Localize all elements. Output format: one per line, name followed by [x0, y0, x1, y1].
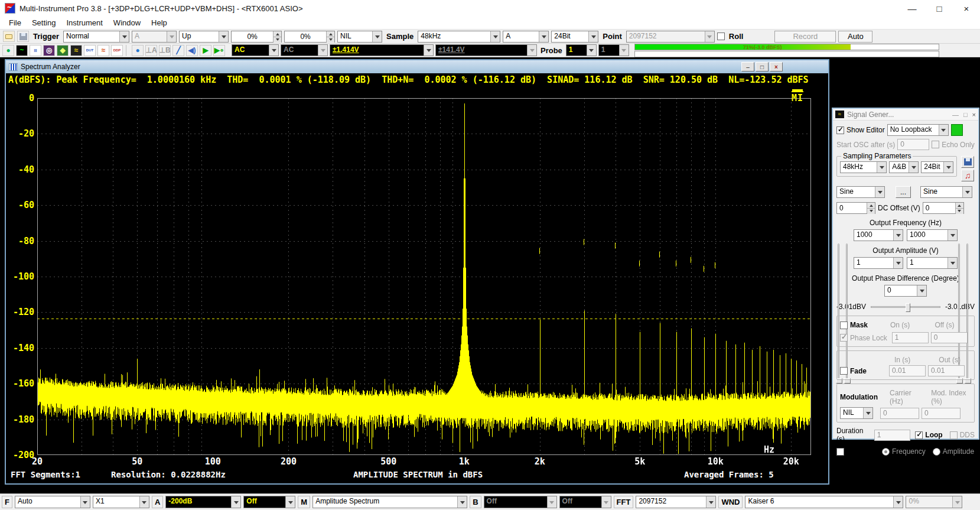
minimize-button[interactable]: — [952, 111, 959, 118]
channel-b-unit-icon[interactable]: ⊥B [159, 45, 171, 56]
dc-offset-a-spinner[interactable]: 0 [836, 202, 875, 214]
waveform-a-select[interactable]: Sine [836, 186, 885, 198]
sampling-bits-select[interactable]: 24Bit [551, 31, 598, 43]
frequency-a-select[interactable]: 1000 [854, 229, 903, 241]
phase-select[interactable]: 0 [884, 285, 927, 297]
restore-button[interactable]: □ [756, 62, 769, 72]
menu-window[interactable]: Window [108, 17, 146, 28]
chevron-down-icon [875, 187, 884, 197]
a-shift-select[interactable]: Off [243, 496, 295, 508]
ddp-array-viewer-icon[interactable]: DDP [111, 45, 123, 56]
sampling-rate-select[interactable]: 48kHz [418, 31, 500, 43]
probe-label: Probe [539, 46, 564, 55]
close-button[interactable]: × [770, 62, 783, 72]
channel-a-unit-icon[interactable]: ⊥A [145, 45, 157, 56]
menu-help[interactable]: Help [146, 17, 172, 28]
m-label: M [298, 496, 310, 508]
menu-setting[interactable]: Setting [27, 17, 61, 28]
more-waveform-button[interactable]: ... [896, 186, 911, 198]
freq-axis-select[interactable]: Auto [15, 496, 90, 508]
dc-offset-b-spinner[interactable]: 0 [923, 202, 964, 214]
multimeter-icon[interactable]: ◎ [43, 45, 55, 56]
run-icon[interactable]: ▶ [200, 45, 211, 56]
mask-checkbox[interactable] [840, 321, 848, 329]
output-on-indicator[interactable] [951, 124, 963, 136]
device-test-plan-icon[interactable]: ≈ [70, 45, 82, 56]
y-tick-label: -120 [6, 307, 34, 317]
calibration-probe-icon[interactable]: ╱ [172, 45, 184, 56]
sampling-channel-select[interactable]: A [503, 31, 549, 43]
echo-only-label: Echo Only [942, 141, 974, 149]
chevron-down-icon [909, 162, 918, 173]
mode-select[interactable]: Amplitude Spectrum [312, 496, 467, 508]
derived-data-point-icon[interactable]: ≈ [97, 45, 109, 56]
open-file-icon[interactable] [3, 31, 15, 42]
trigger-hpf-select[interactable]: NIL [337, 31, 382, 43]
duration-label: Duration (s) [836, 427, 872, 443]
auto-button[interactable]: Auto [838, 31, 872, 43]
roll-checkbox[interactable] [717, 33, 725, 40]
x-tick-label: 500 [380, 456, 396, 467]
show-editor-checkbox[interactable] [836, 126, 844, 134]
minimize-button[interactable]: – [741, 62, 754, 72]
spectrum-window-titlebar[interactable]: Spectrum Analyzer – □ × [6, 60, 828, 73]
minimize-button[interactable]: — [898, 0, 926, 17]
maximize-button[interactable]: □ [926, 0, 953, 17]
waveform-b-select[interactable]: Sine [920, 186, 972, 198]
fade-checkbox[interactable] [840, 367, 848, 375]
menu-file[interactable]: File [4, 17, 27, 28]
roll-label: Roll [727, 32, 745, 41]
coupling-a-select[interactable]: AC [232, 44, 279, 56]
save-file-icon[interactable] [17, 31, 29, 42]
amplitude-b-select[interactable]: 1 [907, 257, 958, 269]
menu-bar: FileSettingInstrumentWindowHelp [0, 17, 980, 30]
sg-bits-select[interactable]: 24Bit [921, 161, 953, 173]
close-button[interactable]: × [953, 0, 980, 17]
a-range-select[interactable]: -200dB [165, 496, 241, 508]
sweep-checkbox[interactable] [836, 448, 844, 456]
window-fn-select[interactable]: Kaiser 6 [745, 496, 903, 508]
save-signal-button[interactable] [961, 156, 974, 168]
sg-rate-select[interactable]: 48kHz [840, 161, 887, 173]
range-a-select[interactable]: ±1.414V [330, 44, 434, 56]
sg-channel-select[interactable]: A&B [889, 161, 919, 173]
play-file-button[interactable]: ♫ [961, 170, 974, 181]
trigger-mode-select[interactable]: Normal [63, 31, 129, 43]
sound-device-icon[interactable]: ◀) [186, 45, 198, 56]
fft-size-select[interactable]: 2097152 [636, 496, 716, 508]
modulation-type-select[interactable]: NIL [840, 407, 873, 419]
menu-instrument[interactable]: Instrument [61, 17, 108, 28]
trigger-edge-select[interactable]: Up [179, 31, 229, 43]
chevron-down-icon [952, 496, 962, 508]
carrier-input: 0 [880, 408, 919, 419]
balance-slider[interactable] [871, 306, 940, 308]
x-tick-label: 10k [708, 456, 724, 467]
y-tick-label: -80 [6, 236, 34, 246]
trigger-delay-spinner[interactable]: 0% [284, 31, 335, 43]
spectrum-analyzer-icon[interactable]: ||| [30, 45, 41, 56]
trigger-level-spinner[interactable]: 0% [231, 31, 282, 43]
run-loop-icon[interactable]: ▶∘ [213, 45, 225, 56]
frequency-b-select[interactable]: 1000 [907, 229, 958, 241]
probe-a-select[interactable]: 1 [566, 44, 597, 56]
close-button[interactable]: × [972, 111, 976, 118]
spectrum-3d-plot-icon[interactable]: ◆ [57, 45, 69, 56]
signal-generator-titlebar[interactable]: ≈ Signal Gener... — □ × [833, 109, 978, 121]
loop-checkbox[interactable] [915, 431, 923, 439]
amplitude-a-select[interactable]: 1 [854, 257, 903, 269]
mod-index-label: Mod. Index (%) [931, 389, 971, 405]
loopback-select[interactable]: No Loopback [887, 124, 949, 136]
probe-b-select: 1 [598, 44, 629, 56]
x-tick-label: 20 [32, 456, 43, 467]
chevron-down-icon [269, 45, 278, 56]
signal-generator-icon[interactable]: ~ [16, 45, 28, 56]
vibrometer-icon[interactable]: ● [132, 45, 144, 56]
zoom-select[interactable]: X1 [93, 496, 149, 508]
chevron-down-icon [893, 496, 903, 508]
maximize-button[interactable]: □ [963, 111, 968, 118]
spectrum-plot-canvas[interactable] [37, 98, 811, 455]
device-under-test-icon[interactable]: DUT [84, 45, 96, 56]
chevron-down-icon [863, 408, 872, 418]
chevron-down-icon [601, 496, 611, 508]
oscilloscope-icon[interactable]: ● [2, 45, 14, 56]
